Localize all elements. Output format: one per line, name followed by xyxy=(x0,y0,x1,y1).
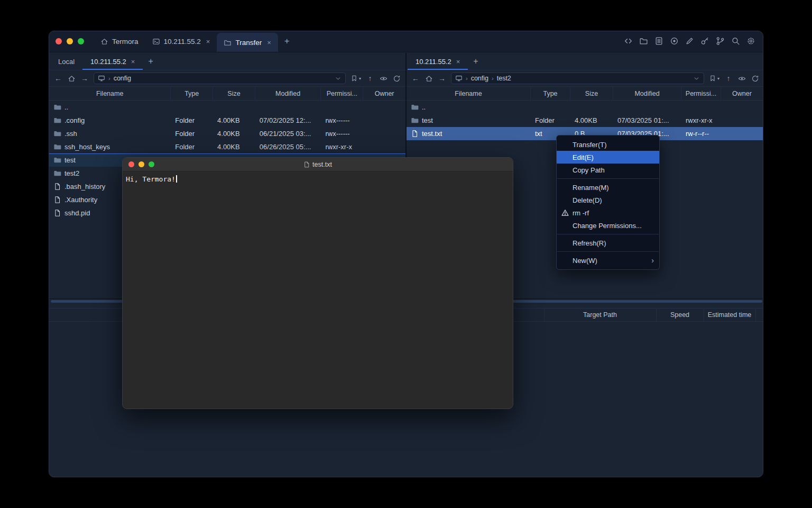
cell-permissions: rwxr-xr-x xyxy=(321,140,363,153)
table-row[interactable]: .config Folder 4.00KB 07/02/2025 12:... … xyxy=(49,114,405,127)
eye-icon[interactable] xyxy=(379,75,387,83)
subtab-host[interactable]: 10.211.55.2 × xyxy=(82,53,143,70)
folder-icon[interactable] xyxy=(639,37,648,46)
chevron-down-icon[interactable] xyxy=(693,75,700,82)
back-icon[interactable]: ← xyxy=(411,75,420,82)
column-header-target-path[interactable]: Target Path xyxy=(544,309,656,321)
refresh-icon[interactable] xyxy=(751,75,759,83)
left-table-header: Filename Type Size Modified Permissi... … xyxy=(49,86,405,101)
cell-size: 4.00KB xyxy=(213,127,255,140)
close-window-button[interactable] xyxy=(56,38,62,44)
context-menu: Transfer(T) Edit(E) Copy Path Rename(M) … xyxy=(556,135,660,270)
cell-filename: .. xyxy=(407,101,531,114)
menu-item-rm-rf[interactable]: rm -rf xyxy=(557,206,659,219)
column-header-filename[interactable]: Filename xyxy=(407,87,531,100)
menu-item-rename[interactable]: Rename(M) xyxy=(557,181,659,194)
breadcrumb-segment[interactable]: config xyxy=(114,75,131,82)
menu-item-transfer[interactable]: Transfer(T) xyxy=(557,138,659,151)
menu-item-edit[interactable]: Edit(E) xyxy=(557,151,659,164)
breadcrumb-segment[interactable]: config xyxy=(471,75,488,82)
menu-item-copy-path[interactable]: Copy Path xyxy=(557,164,659,176)
pencil-icon[interactable] xyxy=(685,37,694,46)
menu-item-refresh[interactable]: Refresh(R) xyxy=(557,237,659,249)
column-header-modified[interactable]: Modified xyxy=(255,87,321,100)
column-header-size[interactable]: Size xyxy=(213,87,255,100)
path-breadcrumb[interactable]: › config xyxy=(94,72,346,84)
document-icon[interactable] xyxy=(654,37,663,46)
key-icon[interactable] xyxy=(700,37,709,46)
cell-modified xyxy=(255,101,321,114)
close-window-button[interactable] xyxy=(128,161,134,167)
close-icon[interactable]: × xyxy=(456,58,460,66)
tab-termora[interactable]: Termora xyxy=(94,31,145,52)
zoom-window-button[interactable] xyxy=(78,38,84,44)
menu-item-delete[interactable]: Delete(D) xyxy=(557,194,659,206)
column-header-speed[interactable]: Speed xyxy=(656,309,704,321)
editor-title-text: test.txt xyxy=(312,161,332,168)
forward-icon[interactable]: → xyxy=(438,75,446,82)
new-tab-button[interactable]: + xyxy=(281,36,293,47)
table-row[interactable]: .. xyxy=(407,101,763,114)
new-panel-tab-button[interactable]: + xyxy=(145,57,156,66)
code-icon[interactable] xyxy=(624,37,633,46)
tab-transfer[interactable]: Transfer × xyxy=(217,33,278,52)
column-header-modified[interactable]: Modified xyxy=(613,87,681,100)
close-icon[interactable]: × xyxy=(206,38,210,46)
column-header-filename[interactable]: Filename xyxy=(49,87,171,100)
bookmark-button[interactable]: ▾ xyxy=(350,75,361,82)
record-icon[interactable] xyxy=(670,37,679,46)
table-row[interactable]: test Folder 4.00KB 07/03/2025 01:... rwx… xyxy=(407,114,763,127)
cell-owner xyxy=(363,140,405,153)
column-header-permissions[interactable]: Permissi... xyxy=(321,87,363,100)
close-icon[interactable]: × xyxy=(131,58,135,66)
traffic-lights xyxy=(56,38,84,44)
column-header-owner[interactable]: Owner xyxy=(363,87,405,100)
refresh-icon[interactable] xyxy=(392,75,401,83)
close-icon[interactable]: × xyxy=(267,39,271,47)
minimize-window-button[interactable] xyxy=(67,38,73,44)
breadcrumb-separator: › xyxy=(466,75,468,81)
bookmark-button[interactable]: ▾ xyxy=(709,75,719,82)
gear-icon[interactable] xyxy=(746,37,755,46)
editor-title: test.txt xyxy=(303,158,332,171)
cell-owner xyxy=(721,114,763,127)
home-icon[interactable] xyxy=(67,75,76,83)
editor-traffic-lights xyxy=(128,161,154,167)
minimize-window-button[interactable] xyxy=(139,161,144,167)
home-icon[interactable] xyxy=(425,75,433,83)
bookmark-icon xyxy=(350,75,358,82)
text-caret xyxy=(176,175,177,183)
back-icon[interactable]: ← xyxy=(54,75,62,82)
column-header-estimated-time[interactable]: Estimated time xyxy=(704,309,755,321)
table-row[interactable]: ssh_host_keys Folder 4.00KB 06/26/2025 0… xyxy=(49,140,405,153)
column-header-type[interactable]: Type xyxy=(171,87,213,100)
subtab-host[interactable]: 10.211.55.2 × xyxy=(408,53,468,70)
eye-icon[interactable] xyxy=(737,75,746,83)
tab-host[interactable]: 10.211.55.2 × xyxy=(145,31,217,52)
cell-permissions: rwxr-xr-x xyxy=(681,114,721,127)
table-row[interactable]: .. xyxy=(49,101,405,114)
subtab-local[interactable]: Local xyxy=(50,53,82,70)
terminal-icon xyxy=(152,38,160,46)
column-header-owner[interactable]: Owner xyxy=(721,87,763,100)
column-header-permissions[interactable]: Permissi... xyxy=(681,87,721,100)
breadcrumb-segment[interactable]: test2 xyxy=(497,75,511,82)
branch-icon[interactable] xyxy=(716,37,725,46)
column-header-type[interactable]: Type xyxy=(531,87,570,100)
up-directory-icon[interactable]: ↑ xyxy=(724,75,733,82)
table-row[interactable]: .ssh Folder 4.00KB 06/21/2025 03:... rwx… xyxy=(49,127,405,140)
menu-item-change-permissions[interactable]: Change Permissions... xyxy=(557,219,659,232)
file-icon xyxy=(411,130,419,138)
search-icon[interactable] xyxy=(731,37,740,46)
new-panel-tab-button[interactable]: + xyxy=(470,57,481,66)
cell-permissions: rwx------ xyxy=(321,114,363,127)
zoom-window-button[interactable] xyxy=(149,161,154,167)
editor-content[interactable]: Hi, Termora! xyxy=(123,171,513,187)
forward-icon[interactable]: → xyxy=(80,75,89,82)
menu-item-new[interactable]: New(W) › xyxy=(557,254,659,267)
path-breadcrumb[interactable]: › config › test2 xyxy=(451,72,704,84)
up-directory-icon[interactable]: ↑ xyxy=(366,75,374,82)
cell-filename: test.txt xyxy=(407,127,531,140)
chevron-down-icon[interactable] xyxy=(335,75,342,82)
column-header-size[interactable]: Size xyxy=(570,87,613,100)
